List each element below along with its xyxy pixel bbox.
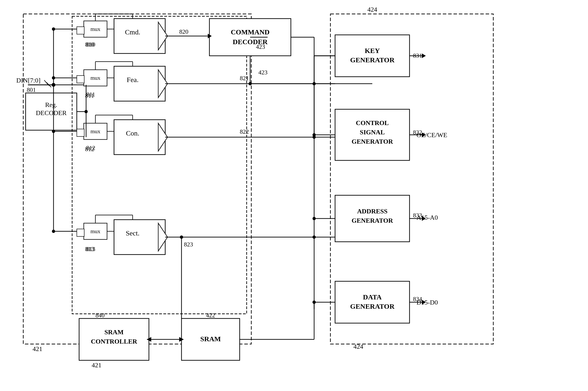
svg-text:422: 422 xyxy=(206,312,215,319)
svg-point-61 xyxy=(52,130,55,133)
svg-rect-28 xyxy=(114,220,165,255)
svg-text:423: 423 xyxy=(259,69,268,76)
svg-point-57 xyxy=(52,27,55,31)
svg-rect-16 xyxy=(114,66,165,101)
svg-text:GENERATOR: GENERATOR xyxy=(352,217,393,224)
svg-text:COMMAND: COMMAND xyxy=(231,28,270,36)
svg-point-59 xyxy=(52,76,55,80)
svg-text:GENERATOR: GENERATOR xyxy=(352,138,393,145)
svg-text:823: 823 xyxy=(184,241,193,248)
svg-text:423: 423 xyxy=(256,43,265,50)
svg-text:DECODER: DECODER xyxy=(36,109,67,116)
svg-text:812: 812 xyxy=(86,145,95,151)
svg-text:DATA: DATA xyxy=(363,293,382,301)
svg-text:mux: mux xyxy=(91,228,101,234)
svg-text:Fea.: Fea. xyxy=(127,76,139,84)
svg-rect-22 xyxy=(114,120,165,155)
svg-text:821: 821 xyxy=(240,75,249,82)
svg-text:Con.: Con. xyxy=(126,129,139,137)
svg-text:424: 424 xyxy=(367,6,377,13)
svg-text:840: 840 xyxy=(96,312,105,319)
svg-text:mux: mux xyxy=(91,128,101,134)
svg-rect-44 xyxy=(335,281,410,323)
svg-rect-137 xyxy=(77,229,84,236)
svg-text:ADDRESS: ADDRESS xyxy=(357,207,388,215)
svg-text:KEY: KEY xyxy=(365,47,380,54)
svg-text:424: 424 xyxy=(353,343,363,350)
svg-text:SRAM: SRAM xyxy=(105,328,124,336)
svg-text:801: 801 xyxy=(27,87,36,93)
svg-text:SIGNAL: SIGNAL xyxy=(360,129,385,136)
svg-point-63 xyxy=(52,230,55,233)
svg-rect-34 xyxy=(335,35,410,77)
svg-text:Reg.: Reg. xyxy=(45,101,57,108)
svg-point-75 xyxy=(249,82,252,85)
svg-text:A15-A0: A15-A0 xyxy=(417,214,438,221)
svg-text:mux: mux xyxy=(91,26,101,32)
svg-text:GENERATOR: GENERATOR xyxy=(350,302,395,310)
svg-text:820: 820 xyxy=(179,28,188,35)
diagram-svg: Reg. DECODER mux 810 Cmd. mux 811 Fea. m… xyxy=(0,0,588,391)
svg-text:811: 811 xyxy=(86,91,95,98)
svg-text:DIN[7:0]: DIN[7:0] xyxy=(16,77,40,84)
svg-rect-135 xyxy=(77,76,84,83)
svg-text:822: 822 xyxy=(240,128,249,135)
svg-rect-136 xyxy=(77,129,84,136)
diagram: Reg. DECODER mux 810 Cmd. mux 811 Fea. m… xyxy=(0,0,588,391)
svg-text:421: 421 xyxy=(92,362,101,369)
svg-text:SRAM: SRAM xyxy=(200,335,221,343)
svg-text:GENERATOR: GENERATOR xyxy=(350,56,395,64)
svg-point-90 xyxy=(312,217,316,220)
svg-text:CONTROL: CONTROL xyxy=(356,119,389,126)
svg-rect-134 xyxy=(77,27,84,34)
svg-text:Sect.: Sect. xyxy=(126,229,139,237)
svg-text:CONTROLLER: CONTROLLER xyxy=(91,338,137,345)
svg-rect-10 xyxy=(114,19,165,53)
svg-point-66 xyxy=(84,110,88,113)
svg-text:421: 421 xyxy=(33,345,42,352)
svg-text:Cmd.: Cmd. xyxy=(125,28,140,36)
svg-text:mux: mux xyxy=(91,75,101,81)
svg-text:813: 813 xyxy=(86,246,95,252)
svg-text:810: 810 xyxy=(86,41,95,48)
